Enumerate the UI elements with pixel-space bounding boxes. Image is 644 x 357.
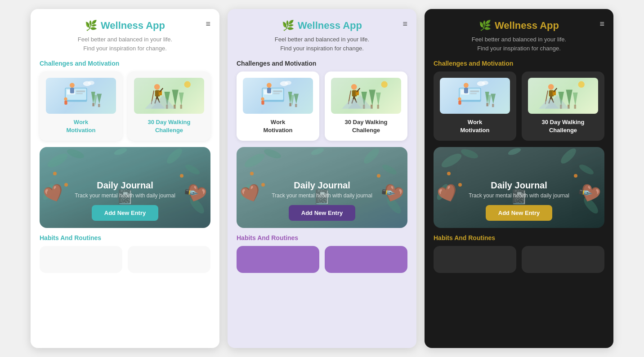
svg-rect-99 <box>574 105 576 109</box>
walking-challenge-card[interactable]: 30 Day WalkingChallenge <box>128 71 210 141</box>
svg-rect-3 <box>76 90 85 92</box>
work-motivation-label: WorkMotivation <box>67 118 96 134</box>
menu-icon[interactable]: ≡ <box>599 20 604 28</box>
journal-subtitle: Track your mental health with daily jour… <box>244 192 400 199</box>
add-entry-button[interactable]: Add New Entry <box>92 205 158 221</box>
dot-decor-3 <box>180 174 183 178</box>
journal-banner[interactable]: 🤎 🤎 ✒️ 📓 Daily Journal Track your mental… <box>40 147 210 228</box>
svg-point-113 <box>578 163 595 176</box>
svg-rect-12 <box>92 103 94 106</box>
svg-point-77 <box>310 147 325 156</box>
svg-rect-43 <box>273 93 279 94</box>
menu-icon[interactable]: ≡ <box>402 20 407 28</box>
svg-rect-4 <box>76 93 82 94</box>
svg-point-29 <box>184 81 190 88</box>
svg-marker-56 <box>369 90 375 106</box>
svg-marker-57 <box>376 93 381 106</box>
work-illustration <box>440 78 510 114</box>
svg-marker-95 <box>566 90 572 106</box>
journal-banner[interactable]: 🤎 🤎 ✒️ 📓 Daily Journal Track your mental… <box>434 147 604 228</box>
svg-rect-51 <box>289 103 291 106</box>
svg-marker-17 <box>172 90 178 106</box>
habit-card-1[interactable] <box>237 246 319 273</box>
svg-rect-91 <box>492 104 494 107</box>
svg-marker-96 <box>573 93 578 106</box>
svg-point-74 <box>381 163 398 176</box>
logo-row: 🌿 Wellness App <box>85 20 165 31</box>
svg-point-35 <box>184 163 201 176</box>
svg-marker-49 <box>294 94 299 104</box>
habits-section-title: Habits And Routines <box>434 234 604 241</box>
habit-card-1[interactable] <box>434 246 516 273</box>
svg-rect-82 <box>470 93 476 94</box>
dot-decor-3 <box>574 174 577 178</box>
svg-point-93 <box>482 81 488 85</box>
habits-section-title: Habits And Routines <box>40 234 210 241</box>
svg-rect-81 <box>470 90 479 92</box>
cards-grid: WorkMotivation 30 Day Walk <box>237 71 407 141</box>
work-motivation-card[interactable]: WorkMotivation <box>237 71 319 141</box>
walking-illustration <box>134 78 204 114</box>
work-motivation-label: WorkMotivation <box>264 118 293 134</box>
svg-point-100 <box>548 84 554 90</box>
habits-grid <box>237 246 407 273</box>
svg-point-68 <box>381 81 387 88</box>
svg-point-46 <box>261 98 264 101</box>
svg-marker-10 <box>97 94 102 104</box>
svg-point-71 <box>242 151 266 170</box>
add-entry-button[interactable]: Add New Entry <box>486 205 552 221</box>
habit-card-1[interactable] <box>40 246 122 273</box>
svg-rect-84 <box>464 88 468 94</box>
habit-card-2[interactable] <box>325 246 407 273</box>
challenges-section-title: Challenges and Motivation <box>40 60 210 67</box>
header: ≡ 🌿 Wellness App Feel better and balance… <box>434 20 604 53</box>
header: ≡ 🌿 Wellness App Feel better and balance… <box>40 20 210 53</box>
walking-challenge-label: 30 Day WalkingChallenge <box>148 118 191 134</box>
svg-point-72 <box>263 147 282 161</box>
svg-point-22 <box>154 84 160 90</box>
svg-point-107 <box>578 81 584 88</box>
wellness-logo-icon: 🌿 <box>282 20 294 31</box>
work-motivation-card[interactable]: WorkMotivation <box>40 71 122 141</box>
tagline: Feel better and balanced in your life.Fi… <box>472 35 566 53</box>
svg-point-5 <box>70 83 75 88</box>
walking-challenge-label: 30 Day WalkingChallenge <box>542 118 585 134</box>
dot-decor-1 <box>447 172 451 175</box>
svg-rect-13 <box>98 104 100 107</box>
logo-row: 🌿 Wellness App <box>282 20 362 31</box>
svg-marker-18 <box>179 93 184 106</box>
phone-panel-light: ≡ 🌿 Wellness App Feel better and balance… <box>31 9 219 348</box>
journal-subtitle: Track your mental health with daily jour… <box>47 192 203 199</box>
walking-challenge-card[interactable]: 30 Day WalkingChallenge <box>522 71 604 141</box>
svg-point-116 <box>507 147 522 156</box>
svg-point-73 <box>362 147 381 166</box>
tagline: Feel better and balanced in your life.Fi… <box>275 35 369 53</box>
svg-rect-45 <box>267 88 271 94</box>
walking-challenge-label: 30 Day WalkingChallenge <box>345 118 388 134</box>
habit-card-2[interactable] <box>128 246 210 273</box>
walking-illustration <box>331 78 401 114</box>
journal-content: Daily Journal Track your mental health w… <box>47 180 203 221</box>
journal-banner[interactable]: 🤎 🤎 ✒️ 📓 Daily Journal Track your mental… <box>237 147 407 228</box>
svg-point-83 <box>464 83 469 88</box>
svg-point-44 <box>267 83 272 88</box>
svg-rect-21 <box>180 105 182 109</box>
challenges-section-title: Challenges and Motivation <box>237 60 407 67</box>
menu-icon[interactable]: ≡ <box>206 20 210 28</box>
svg-rect-42 <box>273 90 282 92</box>
journal-title: Daily Journal <box>244 180 400 191</box>
svg-point-112 <box>559 147 578 166</box>
challenges-section-title: Challenges and Motivation <box>434 60 604 67</box>
svg-rect-6 <box>70 88 74 94</box>
habit-card-2[interactable] <box>522 246 604 273</box>
walking-challenge-card[interactable]: 30 Day WalkingChallenge <box>325 71 407 141</box>
app-title: Wellness App <box>101 20 165 31</box>
journal-content: Daily Journal Track your mental health w… <box>441 180 597 221</box>
svg-point-15 <box>88 81 94 85</box>
work-motivation-card[interactable]: WorkMotivation <box>434 71 516 141</box>
tagline: Feel better and balanced in your life.Fi… <box>78 35 172 53</box>
dot-decor-1 <box>250 172 254 175</box>
cards-grid: WorkMotivation 30 Day Walk <box>40 71 210 141</box>
add-entry-button[interactable]: Add New Entry <box>289 205 355 221</box>
work-illustration <box>243 78 313 114</box>
